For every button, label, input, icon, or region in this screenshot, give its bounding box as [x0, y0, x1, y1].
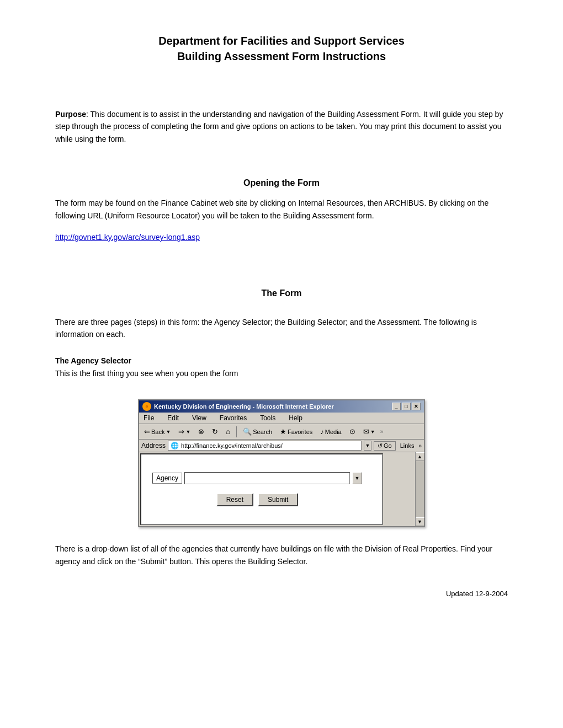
- favorites-button[interactable]: ★ Favorites: [277, 426, 315, 437]
- back-icon: ⇐: [144, 427, 150, 436]
- toolbar-more-icon[interactable]: »: [380, 429, 384, 435]
- back-dropdown-icon: ▼: [166, 429, 171, 435]
- refresh-icon: ↻: [212, 427, 218, 436]
- stop-button[interactable]: ⊗: [195, 426, 207, 437]
- bottom-text-section: There is a drop-down list of all of the …: [55, 543, 508, 568]
- menu-help[interactable]: Help: [286, 414, 305, 422]
- toolbar-separator-1: [236, 426, 237, 437]
- title-section: Department for Facilities and Support Se…: [55, 33, 508, 64]
- address-url: http://finance.ky.gov/internal/archibus/: [181, 442, 283, 449]
- address-input[interactable]: 🌐 http://finance.ky.gov/internal/archibu…: [168, 441, 362, 451]
- opening-form-body: The form may be found on the Finance Cab…: [55, 197, 508, 222]
- updated-label: Updated 12-9-2004: [446, 590, 508, 598]
- media-button[interactable]: ♪ Media: [317, 426, 344, 437]
- form-url-link[interactable]: http://govnet1.ky.gov/arc/survey-long1.a…: [55, 233, 200, 242]
- menu-view[interactable]: View: [190, 414, 209, 422]
- address-label: Address: [141, 442, 166, 449]
- form-button-row: Reset Submit: [216, 493, 299, 506]
- home-icon: ⌂: [226, 427, 230, 436]
- agency-dropdown-button[interactable]: ▼: [352, 472, 362, 484]
- forward-button[interactable]: ⇒ ▼: [176, 426, 193, 437]
- links-button[interactable]: Links: [398, 442, 417, 449]
- agency-selector-description: This is the first thing you see when you…: [55, 367, 508, 379]
- scrollbar-track: [416, 461, 424, 517]
- home-button[interactable]: ⌂: [223, 426, 233, 437]
- bottom-text: There is a drop-down list of all of the …: [55, 543, 508, 568]
- back-button[interactable]: ⇐ Back ▼: [141, 426, 173, 437]
- go-arrow-icon: ↺: [378, 442, 383, 449]
- address-bar: Address 🌐 http://finance.ky.gov/internal…: [139, 440, 424, 452]
- minimize-button[interactable]: _: [392, 403, 401, 410]
- favorites-icon: ★: [280, 427, 286, 436]
- browser-toolbar: ⇐ Back ▼ ⇒ ▼ ⊗ ↻ ⌂ 🔍: [139, 424, 424, 440]
- purpose-text: : This document is to assist in the unde…: [55, 110, 503, 143]
- search-icon: 🔍: [243, 427, 252, 436]
- media-icon: ♪: [320, 427, 324, 436]
- page-title: Department for Facilities and Support Se…: [55, 33, 508, 64]
- links-chevron-icon: »: [418, 443, 422, 449]
- stop-icon: ⊗: [198, 427, 204, 436]
- search-label: Search: [253, 429, 272, 435]
- maximize-button[interactable]: □: [402, 403, 411, 410]
- forward-icon: ⇒: [178, 427, 184, 436]
- back-label: Back: [151, 429, 164, 435]
- page-icon: 🌐: [171, 442, 179, 449]
- media-label: Media: [325, 429, 342, 435]
- browser-titlebar: e Kentucky Division of Engineering - Mic…: [139, 400, 424, 413]
- the-form-heading: The Form: [55, 288, 508, 298]
- history-button[interactable]: ⊙: [347, 426, 358, 437]
- refresh-button[interactable]: ↻: [209, 426, 221, 437]
- browser-screenshot: e Kentucky Division of Engineering - Mic…: [55, 399, 508, 527]
- submit-button[interactable]: Submit: [258, 493, 298, 506]
- agency-selector-heading: The Agency Selector: [55, 356, 508, 365]
- favorites-label: Favorites: [288, 429, 312, 435]
- search-button[interactable]: 🔍 Search: [240, 426, 275, 437]
- scroll-up-button[interactable]: ▲: [416, 452, 424, 461]
- browser-form: Agency ▼ Reset Submit: [152, 472, 371, 506]
- history-icon: ⊙: [349, 427, 355, 436]
- mail-icon: ✉: [363, 427, 369, 436]
- ie-icon: e: [142, 402, 151, 411]
- titlebar-buttons: _ □ ✕: [392, 403, 421, 410]
- forward-dropdown-icon: ▼: [185, 429, 190, 435]
- footer: Updated 12-9-2004: [55, 590, 508, 598]
- opening-form-heading: Opening the Form: [55, 178, 508, 188]
- reset-button[interactable]: Reset: [216, 493, 253, 506]
- mail-dropdown-icon: ▼: [370, 429, 375, 435]
- purpose-section: Purpose: This document is to assist in t…: [55, 108, 508, 145]
- the-form-body: There are three pages (steps) in this fo…: [55, 316, 508, 341]
- agency-selector-subsection: The Agency Selector This is the first th…: [55, 356, 508, 379]
- scrollbar: ▲ ▼: [415, 452, 424, 526]
- the-form-section: The Form There are three pages (steps) i…: [55, 288, 508, 379]
- browser-window: e Kentucky Division of Engineering - Mic…: [138, 399, 425, 527]
- go-label: Go: [384, 442, 392, 449]
- browser-content-wrapper: Agency ▼ Reset Submit ▲ ▼: [139, 452, 424, 526]
- menu-file[interactable]: File: [141, 414, 156, 422]
- agency-row: Agency ▼: [152, 472, 362, 484]
- menu-favorites[interactable]: Favorites: [217, 414, 249, 422]
- agency-input[interactable]: [184, 472, 350, 484]
- menu-tools[interactable]: Tools: [258, 414, 278, 422]
- scroll-down-button[interactable]: ▼: [416, 517, 424, 526]
- address-dropdown-button[interactable]: ▼: [364, 441, 371, 451]
- agency-label: Agency: [152, 473, 182, 484]
- opening-form-section: Opening the Form The form may be found o…: [55, 178, 508, 242]
- browser-menubar: File Edit View Favorites Tools Help: [139, 413, 424, 424]
- browser-title: Kentucky Division of Engineering - Micro…: [154, 403, 334, 410]
- mail-button[interactable]: ✉ ▼: [360, 426, 378, 437]
- menu-edit[interactable]: Edit: [165, 414, 181, 422]
- go-button[interactable]: ↺ Go: [374, 441, 396, 451]
- close-button[interactable]: ✕: [412, 403, 421, 410]
- purpose-label: Purpose: [55, 110, 86, 119]
- browser-content: Agency ▼ Reset Submit: [140, 453, 383, 525]
